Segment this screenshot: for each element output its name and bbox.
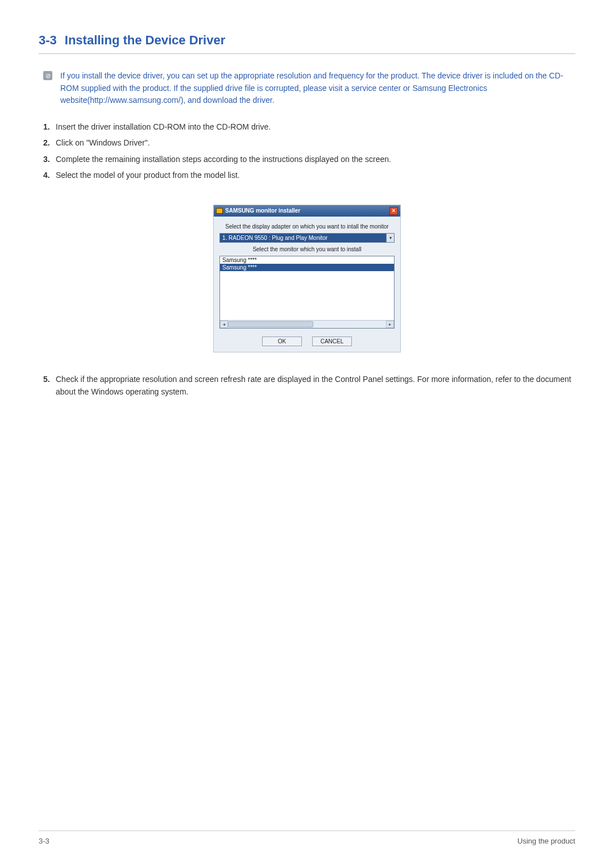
list-item[interactable]: Samsung **** [220, 256, 394, 264]
scroll-right-button[interactable]: ▸ [386, 321, 394, 328]
scroll-left-button[interactable]: ◂ [220, 321, 228, 328]
adapter-label: Select the display adapter on which you … [219, 223, 395, 230]
page-footer: 3-3 Using the product [39, 830, 575, 845]
monitor-label: Select the monitor which you want to ins… [219, 246, 395, 252]
steps-list-continued: Check if the appropriate resolution and … [39, 373, 575, 398]
note-text: If you install the device driver, you ca… [60, 70, 575, 107]
chevron-down-icon: ▾ [389, 235, 392, 240]
step-item: Select the model of your product from th… [43, 169, 575, 181]
section-title: Installing the Device Driver [65, 33, 225, 47]
close-icon: × [392, 208, 396, 214]
adapter-select[interactable]: 1. RADEON 9550 : Plug and Play Monitor ▾ [219, 233, 395, 243]
step-item: Insert the driver installation CD-ROM in… [43, 121, 575, 133]
step-item: Complete the remaining installation step… [43, 153, 575, 165]
embedded-screenshot: SAMSUNG monitor installer × Select the d… [39, 205, 575, 352]
section-number: 3-3 [39, 33, 57, 47]
monitor-list[interactable]: Samsung **** Samsung **** ◂ ▸ [219, 256, 395, 329]
footer-right: Using the product [517, 837, 575, 845]
footer-left: 3-3 [39, 837, 49, 845]
list-item[interactable]: Samsung **** [220, 264, 394, 271]
dialog-titlebar: SAMSUNG monitor installer × [214, 205, 400, 217]
dialog-app-icon [216, 208, 223, 214]
chevron-left-icon: ◂ [223, 322, 225, 327]
adapter-dropdown-button[interactable]: ▾ [387, 233, 395, 243]
note-icon-glyph: ⊘ [45, 72, 51, 80]
step-item: Click on "Windows Driver". [43, 136, 575, 149]
note-icon: ⊘ [43, 71, 52, 80]
dialog-title-text: SAMSUNG monitor installer [225, 207, 300, 214]
chevron-right-icon: ▸ [389, 322, 391, 327]
installer-dialog: SAMSUNG monitor installer × Select the d… [213, 205, 401, 352]
note-block: ⊘ If you install the device driver, you … [39, 70, 575, 107]
step-item: Check if the appropriate resolution and … [43, 373, 575, 398]
steps-list: Insert the driver installation CD-ROM in… [39, 121, 575, 182]
horizontal-scrollbar[interactable]: ◂ ▸ [220, 320, 394, 328]
adapter-select-value: 1. RADEON 9550 : Plug and Play Monitor [219, 233, 387, 243]
scroll-thumb[interactable] [228, 321, 313, 327]
ok-button[interactable]: OK [262, 337, 302, 346]
close-button[interactable]: × [389, 207, 398, 215]
section-heading: 3-3Installing the Device Driver [39, 33, 575, 54]
cancel-button[interactable]: CANCEL [312, 337, 352, 346]
scroll-track[interactable] [228, 321, 386, 328]
